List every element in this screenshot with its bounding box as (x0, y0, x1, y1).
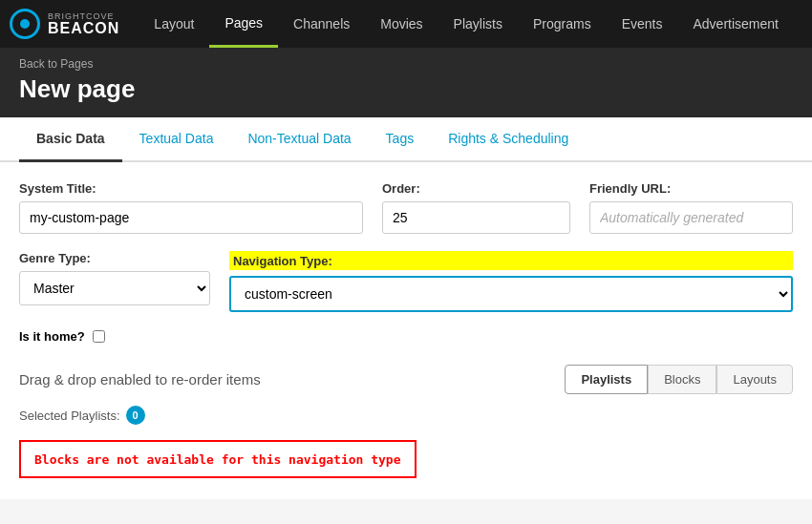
logo-icon (10, 9, 40, 39)
nav-advertisement[interactable]: Advertisement (677, 0, 793, 48)
logo-beacon: BEACON (48, 21, 119, 36)
tab-basic-data[interactable]: Basic Data (19, 117, 122, 162)
drag-header: Drag & drop enabled to re-order items Pl… (19, 365, 793, 394)
logo: brightcove BEACON (10, 9, 119, 39)
drag-title: Drag & drop enabled to re-order items (19, 371, 261, 388)
is-home-row: Is it home? (19, 329, 793, 344)
nav-playlists[interactable]: Playlists (438, 0, 518, 48)
selected-label: Selected Playlists: 0 (19, 406, 793, 425)
genre-type-select[interactable]: Master (19, 271, 210, 305)
nav-pages[interactable]: Pages (209, 0, 278, 48)
is-home-label: Is it home? (19, 329, 85, 344)
form-row-1: System Title: Order: Friendly URL: (19, 181, 793, 234)
navigation-type-select[interactable]: custom-screen (229, 276, 793, 312)
drag-section: Drag & drop enabled to re-order items Pl… (19, 365, 793, 478)
genre-type-group: Genre Type: Master (19, 251, 210, 305)
friendly-url-group: Friendly URL: (589, 181, 793, 234)
view-btn-layouts[interactable]: Layouts (716, 365, 793, 394)
nav-events[interactable]: Events (607, 0, 678, 48)
logo-text: brightcove BEACON (48, 12, 119, 36)
order-input[interactable] (382, 201, 570, 234)
order-label: Order: (382, 181, 570, 196)
view-buttons: Playlists Blocks Layouts (565, 365, 793, 394)
nav-movies[interactable]: Movies (365, 0, 438, 48)
back-link[interactable]: Back to Pages (19, 57, 793, 71)
is-home-checkbox[interactable] (93, 330, 105, 343)
system-title-input[interactable] (19, 201, 363, 234)
tab-non-textual-data[interactable]: Non-Textual Data (230, 117, 368, 162)
error-box: Blocks are not available for this naviga… (19, 440, 417, 478)
form-row-2: Genre Type: Master Navigation Type: cust… (19, 251, 793, 312)
tabs: Basic Data Textual Data Non-Textual Data… (0, 117, 812, 162)
nav-programs[interactable]: Programs (518, 0, 607, 48)
order-group: Order: (382, 181, 570, 234)
error-message: Blocks are not available for this naviga… (34, 452, 401, 467)
navigation-type-group: Navigation Type: custom-screen (229, 251, 793, 312)
system-title-label: System Title: (19, 181, 363, 196)
tab-rights-scheduling[interactable]: Rights & Scheduling (431, 117, 586, 162)
nav-items: Layout Pages Channels Movies Playlists P… (139, 0, 794, 48)
page-title: New page (19, 74, 793, 104)
navigation-type-label: Navigation Type: (233, 254, 332, 268)
genre-type-label: Genre Type: (19, 251, 210, 265)
system-title-group: System Title: (19, 181, 363, 234)
selected-label-text: Selected Playlists: (19, 409, 120, 423)
nav-channels[interactable]: Channels (278, 0, 365, 48)
view-btn-blocks[interactable]: Blocks (648, 365, 716, 394)
friendly-url-label: Friendly URL: (589, 181, 793, 196)
nav-layout[interactable]: Layout (139, 0, 209, 48)
form-area: System Title: Order: Friendly URL: Genre… (0, 162, 812, 497)
navigation-type-label-wrapper: Navigation Type: (229, 251, 793, 270)
top-navigation: brightcove BEACON Layout Pages Channels … (0, 0, 812, 48)
friendly-url-input[interactable] (589, 201, 793, 234)
view-btn-playlists[interactable]: Playlists (565, 365, 648, 394)
content-area: Basic Data Textual Data Non-Textual Data… (0, 117, 812, 499)
page-header: Back to Pages New page (0, 48, 812, 117)
tab-textual-data[interactable]: Textual Data (122, 117, 231, 162)
count-badge: 0 (126, 406, 145, 425)
tab-tags[interactable]: Tags (369, 117, 432, 162)
